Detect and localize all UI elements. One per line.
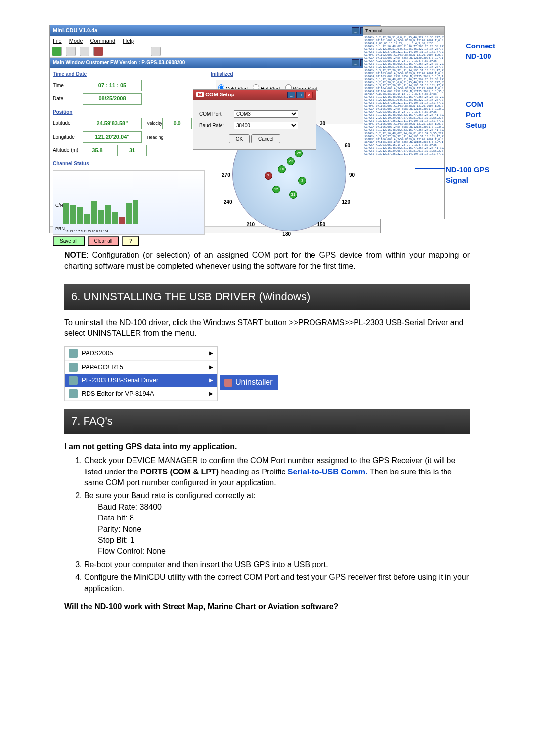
compass-label: 90 xyxy=(349,172,355,179)
folder-icon xyxy=(69,376,78,385)
callout-connect: Connect ND-100 xyxy=(466,41,495,61)
folder-icon xyxy=(69,349,78,358)
faq-item: Configure the MiniCDU utility with the c… xyxy=(84,572,470,594)
save-all-button[interactable]: Save all xyxy=(53,236,85,246)
menubar: File Mode Command Help xyxy=(50,36,380,45)
menu-mode[interactable]: Mode xyxy=(69,38,83,44)
section-7-header: 7. FAQ's xyxy=(64,409,470,434)
satellite-dot: 13 xyxy=(272,186,280,193)
channel-bar xyxy=(63,203,69,224)
channel-chart: C/No PRN xyxy=(53,170,205,235)
timedate-section-label: Time and Date xyxy=(53,71,205,78)
channel-bar xyxy=(119,217,125,224)
program-label: PADS2005 xyxy=(82,349,113,358)
callout-line xyxy=(386,45,465,45)
date-value: 08/25/2008 xyxy=(83,93,142,104)
callout-signal: ND-100 GPS Signal xyxy=(446,164,494,185)
minimize-button[interactable]: _ xyxy=(352,27,359,34)
refresh-icon[interactable] xyxy=(66,47,76,56)
lat-value: 24.59'83.58" xyxy=(83,118,142,129)
dialog-min-button[interactable]: _ xyxy=(287,92,295,98)
callout-line xyxy=(319,103,465,103)
channel-bar xyxy=(77,207,83,224)
prn-num: 20 xyxy=(92,229,95,233)
prn-num: 16 xyxy=(74,229,77,233)
menu-file[interactable]: File xyxy=(53,38,62,44)
vel-value: 0.0 xyxy=(162,118,192,129)
channel-bar xyxy=(112,212,118,224)
stop-icon[interactable] xyxy=(93,47,103,56)
main-header-label: Main Window Customer FW Version : P-GPS-… xyxy=(53,59,185,66)
left-panel: Time and Date Time 07 : 11 : 05 Date 08/… xyxy=(50,68,208,226)
channel-bar xyxy=(133,200,138,224)
channel-bar xyxy=(91,201,97,224)
program-label: PAPAGO! R15 xyxy=(82,363,123,372)
program-item-highlighted[interactable]: PL-2303 USB-Serial Driver ▶ xyxy=(65,374,217,387)
channel-bar xyxy=(126,203,132,224)
satellite-dot: 23 xyxy=(287,157,295,165)
submenu-arrow-icon: ▶ xyxy=(209,390,213,397)
dialog-max-button[interactable]: □ xyxy=(296,92,304,98)
satellite-dot: 25 xyxy=(295,149,303,157)
alt-value: 35.8 xyxy=(83,145,112,156)
dialog-close-button[interactable]: × xyxy=(305,92,313,98)
uninstall-body: To uninstall the ND-100 driver, click th… xyxy=(64,317,470,339)
clear-all-button[interactable]: Clear all xyxy=(88,236,120,246)
sub-min-button[interactable]: _ xyxy=(352,59,359,66)
channel-bar xyxy=(70,205,76,224)
faq-item: Check your DEVICE MANAGER to confirm the… xyxy=(84,455,470,488)
satellite-dot: 31 xyxy=(289,191,297,199)
folder-icon xyxy=(69,363,78,372)
prn-num: 3 xyxy=(81,229,82,233)
program-item[interactable]: PAPAGO! R15 ▶ xyxy=(65,361,217,374)
alt-label: Altitude (m) xyxy=(53,147,83,154)
tool-icon[interactable] xyxy=(80,47,89,56)
main-panel-header: Main Window Customer FW Version : P-GPS-… xyxy=(50,58,380,68)
faq-question-1: I am not getting GPS data into my applic… xyxy=(64,441,470,452)
uninstaller-submenu[interactable]: Uninstaller xyxy=(220,375,278,390)
programs-menu: PADS2005 ▶ PAPAGO! R15 ▶ PL-2303 USB-Ser… xyxy=(64,346,218,401)
help-button[interactable]: ? xyxy=(122,236,139,246)
program-label: RDS Editor for VP-8194A xyxy=(82,389,154,398)
callout-comport: COM Port Setup xyxy=(466,99,494,130)
cancel-button[interactable]: Cancel xyxy=(251,134,280,143)
terminal-title: Terminal xyxy=(363,27,444,35)
compass-label: 210 xyxy=(246,221,255,228)
ok-button[interactable]: OK xyxy=(229,134,250,143)
section-6-header: 6. UNINSTALLING THE USB DRIVER (Windows) xyxy=(64,284,470,310)
faq-item: Be sure your Baud rate is configured cor… xyxy=(84,490,470,557)
compass-label: 60 xyxy=(345,142,350,149)
callout-line xyxy=(415,168,445,169)
time-value: 07 : 11 : 05 xyxy=(83,80,142,91)
program-label: PL-2303 USB-Serial Driver xyxy=(82,376,158,385)
lat-label: Latitude xyxy=(53,120,83,127)
date-label: Date xyxy=(53,95,83,102)
prn-num: 8 xyxy=(96,229,98,233)
lon-label: Longitude xyxy=(53,134,83,141)
compass-label: 270 xyxy=(222,172,230,179)
faq-item: Re-boot your computer and then insert th… xyxy=(84,559,470,570)
program-item[interactable]: PADS2005 ▶ xyxy=(65,347,217,360)
compass-label: 120 xyxy=(342,199,350,206)
satellite-dot: 3 xyxy=(298,177,306,185)
channel-section-label: Channel Status xyxy=(53,160,205,167)
uninstaller-icon xyxy=(224,379,232,387)
submenu-arrow-icon: ▶ xyxy=(209,350,213,357)
baud-rate-select[interactable]: 38400 xyxy=(234,122,298,129)
uninstaller-label: Uninstaller xyxy=(235,377,273,388)
app-screenshot: Mini-CDU V1.0.4a _ □ × File Mode Command… xyxy=(40,25,494,237)
connect-icon[interactable] xyxy=(52,47,62,56)
settings-icon[interactable] xyxy=(151,47,161,56)
init-section-label: Initialized xyxy=(211,71,377,78)
menu-command[interactable]: Command xyxy=(90,38,115,44)
faq-question-2: Will the ND-100 work with Street Map, Ma… xyxy=(64,601,470,612)
satellite-dot: 16 xyxy=(278,165,286,173)
com-port-select[interactable]: COM3 xyxy=(234,110,298,118)
menu-help[interactable]: Help xyxy=(123,38,134,44)
program-item[interactable]: RDS Editor for VP-8194A ▶ xyxy=(65,387,217,401)
channel-bar xyxy=(98,210,104,224)
config-line: Flow Control: None xyxy=(98,546,470,557)
config-line: Baud Rate: 38400 xyxy=(98,502,470,513)
com-dialog-title: COM Setup xyxy=(205,92,234,97)
note-paragraph: NOTE: Configuration (or selection) of an… xyxy=(64,250,470,272)
